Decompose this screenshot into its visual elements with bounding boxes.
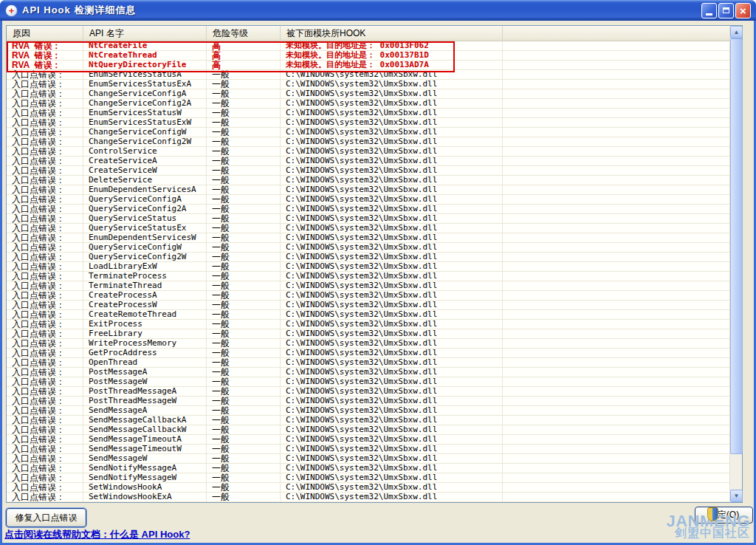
cell-api: TerminateThread bbox=[83, 281, 207, 291]
table-row[interactable]: 入口点错误：SendNotifyMessageA一般C:\WINDOWS\sys… bbox=[7, 464, 729, 473]
table-row[interactable]: 入口点错误：TerminateProcess一般C:\WINDOWS\syste… bbox=[7, 272, 729, 281]
cell-module: C:\WINDOWS\system32\UmxSbxw.dll bbox=[281, 281, 503, 291]
table-row[interactable]: 入口点错误：GetProcAddress一般C:\WINDOWS\system3… bbox=[7, 349, 729, 358]
cell-level: 一般 bbox=[207, 157, 281, 166]
column-header-api[interactable]: API 名字 bbox=[83, 26, 207, 41]
table-row[interactable]: 入口点错误：QueryServiceConfigA一般C:\WINDOWS\sy… bbox=[7, 195, 729, 205]
cell-module: C:\WINDOWS\system32\UmxSbxw.dll bbox=[281, 349, 503, 358]
fix-entry-point-errors-button[interactable]: 修复入口点错误 bbox=[6, 508, 86, 527]
table-row[interactable]: 入口点错误：ChangeServiceConfig2W一般C:\WINDOWS\… bbox=[7, 137, 729, 147]
cell-api: SendMessageW bbox=[83, 454, 207, 464]
restore-button[interactable] bbox=[718, 3, 734, 18]
cell-level: 一般 bbox=[207, 147, 281, 157]
cell-api: EnumDependentServicesW bbox=[83, 233, 207, 243]
table-row[interactable]: 入口点错误：CreateServiceW一般C:\WINDOWS\system3… bbox=[7, 166, 729, 176]
table-row[interactable]: 入口点错误：CreateProcessW一般C:\WINDOWS\system3… bbox=[7, 301, 729, 310]
column-header-module[interactable]: 被下面模块所HOOK bbox=[281, 26, 503, 41]
table-row[interactable]: 入口点错误：QueryServiceStatusEx一般C:\WINDOWS\s… bbox=[7, 224, 729, 233]
cell-module: C:\WINDOWS\system32\UmxSbxw.dll bbox=[281, 301, 503, 310]
table-row[interactable]: RVA 错误：NtCreateThread高未知模块。目的地址是： 0x0013… bbox=[7, 51, 729, 61]
table-row[interactable]: 入口点错误：PostThreadMessageW一般C:\WINDOWS\sys… bbox=[7, 397, 729, 406]
scrollbar-thumb[interactable] bbox=[730, 38, 743, 454]
table-row[interactable]: 入口点错误：ChangeServiceConfigW一般C:\WINDOWS\s… bbox=[7, 128, 729, 137]
cell-module: C:\WINDOWS\system32\UmxSbxw.dll bbox=[281, 253, 503, 262]
table-row[interactable]: 入口点错误：QueryServiceConfigW一般C:\WINDOWS\sy… bbox=[7, 243, 729, 253]
cell-api: SetWindowsHookExA bbox=[83, 493, 207, 502]
cell-reason: 入口点错误： bbox=[7, 224, 83, 233]
table-row[interactable]: 入口点错误：QueryServiceStatus一般C:\WINDOWS\sys… bbox=[7, 214, 729, 224]
cell-filler bbox=[503, 464, 729, 473]
cell-module: C:\WINDOWS\system32\UmxSbxw.dll bbox=[281, 464, 503, 473]
table-row[interactable]: 入口点错误：QueryServiceConfig2W一般C:\WINDOWS\s… bbox=[7, 253, 729, 262]
cell-filler bbox=[503, 214, 729, 224]
cell-level: 一般 bbox=[207, 118, 281, 128]
table-row[interactable]: 入口点错误：EnumServicesStatusExA一般C:\WINDOWS\… bbox=[7, 80, 729, 89]
table-row[interactable]: 入口点错误：EnumServicesStatusW一般C:\WINDOWS\sy… bbox=[7, 109, 729, 118]
cell-api: EnumDependentServicesA bbox=[83, 185, 207, 195]
table-row[interactable]: 入口点错误：EnumDependentServicesW一般C:\WINDOWS… bbox=[7, 233, 729, 243]
window-controls: × bbox=[701, 3, 751, 18]
cell-module: C:\WINDOWS\system32\UmxSbxw.dll bbox=[281, 387, 503, 397]
close-button[interactable]: × bbox=[735, 3, 751, 18]
table-row[interactable]: 入口点错误：FreeLibrary一般C:\WINDOWS\system32\U… bbox=[7, 329, 729, 339]
cell-api: SendMessageCallbackA bbox=[83, 416, 207, 425]
cell-level: 一般 bbox=[207, 416, 281, 425]
table-row[interactable]: 入口点错误：SendMessageW一般C:\WINDOWS\system32\… bbox=[7, 454, 729, 464]
table-row[interactable]: 入口点错误：SendMessageTimeoutA一般C:\WINDOWS\sy… bbox=[7, 435, 729, 445]
table-row[interactable]: 入口点错误：SendNotifyMessageW一般C:\WINDOWS\sys… bbox=[7, 473, 729, 483]
dialog-window: + API Hook 检测详细信息 × 原因 API 名字 危险等级 被下面模块… bbox=[0, 0, 756, 545]
cell-filler bbox=[503, 205, 729, 214]
cell-reason: 入口点错误： bbox=[7, 80, 83, 89]
table-row[interactable]: 入口点错误：SendMessageCallbackW一般C:\WINDOWS\s… bbox=[7, 425, 729, 435]
minimize-button[interactable] bbox=[701, 3, 717, 18]
ok-button[interactable]: 确定(O) bbox=[695, 507, 753, 524]
table-row[interactable]: 入口点错误：CreateRemoteThread一般C:\WINDOWS\sys… bbox=[7, 310, 729, 320]
cell-filler bbox=[503, 301, 729, 310]
table-row[interactable]: 入口点错误：ChangeServiceConfig2A一般C:\WINDOWS\… bbox=[7, 99, 729, 109]
cell-module: C:\WINDOWS\system32\UmxSbxw.dll bbox=[281, 445, 503, 454]
table-row[interactable]: RVA 错误：NtQueryDirectoryFile高未知模块。目的地址是： … bbox=[7, 61, 729, 70]
scroll-up-button[interactable]: ▲ bbox=[730, 26, 743, 38]
cell-reason: 入口点错误： bbox=[7, 291, 83, 301]
cell-module: C:\WINDOWS\system32\UmxSbxw.dll bbox=[281, 195, 503, 205]
column-header-reason[interactable]: 原因 bbox=[7, 26, 83, 41]
table-row[interactable]: 入口点错误：PostMessageA一般C:\WINDOWS\system32\… bbox=[7, 368, 729, 377]
table-row[interactable]: 入口点错误：OpenThread一般C:\WINDOWS\system32\Um… bbox=[7, 358, 729, 368]
table-row[interactable]: 入口点错误：CreateServiceA一般C:\WINDOWS\system3… bbox=[7, 157, 729, 166]
cell-reason: 入口点错误： bbox=[7, 349, 83, 358]
cell-reason: 入口点错误： bbox=[7, 445, 83, 454]
table-row[interactable]: 入口点错误：SetWindowsHookExA一般C:\WINDOWS\syst… bbox=[7, 493, 729, 502]
cell-filler bbox=[503, 262, 729, 272]
table-row[interactable]: 入口点错误：TerminateThread一般C:\WINDOWS\system… bbox=[7, 281, 729, 291]
table-row[interactable]: 入口点错误：SetWindowsHookA一般C:\WINDOWS\system… bbox=[7, 483, 729, 493]
table-row[interactable]: 入口点错误：SendMessageA一般C:\WINDOWS\system32\… bbox=[7, 406, 729, 416]
table-row[interactable]: 入口点错误：ChangeServiceConfigA一般C:\WINDOWS\s… bbox=[7, 89, 729, 99]
table-row[interactable]: 入口点错误：EnumDependentServicesA一般C:\WINDOWS… bbox=[7, 185, 729, 195]
table-row[interactable]: 入口点错误：SendMessageCallbackA一般C:\WINDOWS\s… bbox=[7, 416, 729, 425]
table-row[interactable]: 入口点错误：PostMessageW一般C:\WINDOWS\system32\… bbox=[7, 377, 729, 387]
online-help-link[interactable]: 点击阅读在线帮助文档：什么是 API Hook? bbox=[4, 528, 190, 541]
cell-reason: 入口点错误： bbox=[7, 166, 83, 176]
cell-reason: 入口点错误： bbox=[7, 205, 83, 214]
title-bar[interactable]: + API Hook 检测详细信息 × bbox=[0, 0, 756, 21]
table-row[interactable]: 入口点错误：WriteProcessMemory一般C:\WINDOWS\sys… bbox=[7, 339, 729, 349]
column-header-level[interactable]: 危险等级 bbox=[207, 26, 281, 41]
table-row[interactable]: 入口点错误：SendMessageTimeoutW一般C:\WINDOWS\sy… bbox=[7, 445, 729, 454]
cell-level: 一般 bbox=[207, 425, 281, 435]
table-row[interactable]: 入口点错误：EnumServicesStatusExW一般C:\WINDOWS\… bbox=[7, 118, 729, 128]
table-row[interactable]: RVA 错误：NtCreateFile高未知模块。目的地址是： 0x0013F0… bbox=[7, 41, 729, 51]
cell-api: NtQueryDirectoryFile bbox=[83, 61, 207, 70]
table-row[interactable]: 入口点错误：ControlService一般C:\WINDOWS\system3… bbox=[7, 147, 729, 157]
table-row[interactable]: 入口点错误：LoadLibraryExW一般C:\WINDOWS\system3… bbox=[7, 262, 729, 272]
table-row[interactable]: 入口点错误：PostThreadMessageA一般C:\WINDOWS\sys… bbox=[7, 387, 729, 397]
table-row[interactable]: 入口点错误：EnumServicesStatusA一般C:\WINDOWS\sy… bbox=[7, 70, 729, 80]
cell-module: 未知模块。目的地址是： 0x0013AD7A bbox=[281, 61, 503, 70]
cell-filler bbox=[503, 291, 729, 301]
table-row[interactable]: 入口点错误：CreateProcessA一般C:\WINDOWS\system3… bbox=[7, 291, 729, 301]
table-row[interactable]: 入口点错误：DeleteService一般C:\WINDOWS\system32… bbox=[7, 176, 729, 185]
cell-level: 高 bbox=[207, 51, 281, 61]
table-row[interactable]: 入口点错误：QueryServiceConfig2A一般C:\WINDOWS\s… bbox=[7, 205, 729, 214]
scroll-down-button[interactable]: ▼ bbox=[730, 490, 743, 502]
table-row[interactable]: 入口点错误：ExitProcess一般C:\WINDOWS\system32\U… bbox=[7, 320, 729, 329]
vertical-scrollbar[interactable]: ▲ ▼ bbox=[729, 26, 742, 502]
